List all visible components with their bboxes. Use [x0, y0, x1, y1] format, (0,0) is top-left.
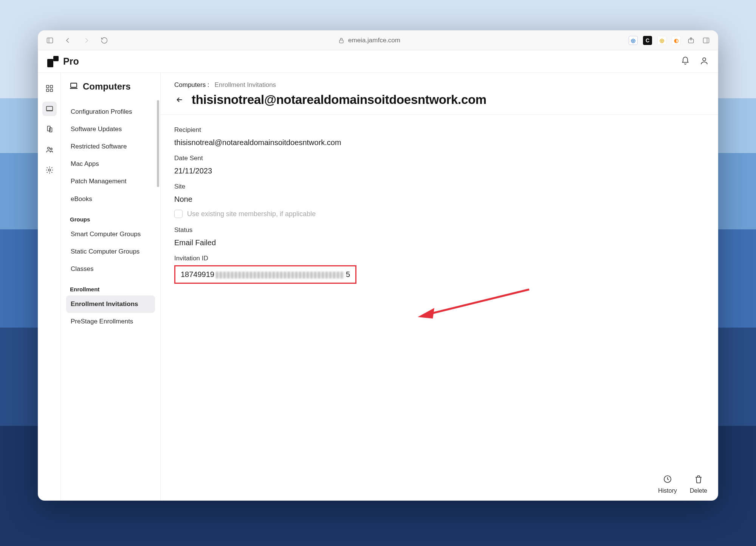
reload-icon[interactable]	[99, 36, 109, 45]
delete-label: Delete	[690, 487, 707, 494]
svg-rect-10	[50, 89, 52, 91]
address-url: emeia.jamfce.com	[348, 37, 400, 44]
back-button[interactable]	[174, 94, 185, 105]
history-icon	[663, 475, 672, 485]
svg-rect-14	[50, 128, 52, 132]
invitation-id-prefix: 18749919	[181, 270, 214, 278]
label-date-sent: Date Sent	[174, 155, 704, 162]
sidebar-item-restricted-software[interactable]: Restricted Software	[66, 138, 155, 155]
value-status: Email Failed	[174, 238, 704, 247]
chrome-left	[45, 36, 109, 45]
label-recipient: Recipient	[174, 126, 704, 134]
sidebar-item-mac-apps[interactable]: Mac Apps	[66, 155, 155, 173]
breadcrumb-secondary[interactable]: Enrollment Invitations	[215, 81, 276, 89]
value-date-sent: 21/11/2023	[174, 167, 704, 175]
extension-4-icon[interactable]: ◐	[672, 36, 681, 45]
value-recipient: thisisnotreal@notarealdomainsoitdoesntwo…	[174, 138, 704, 147]
svg-rect-11	[46, 107, 53, 111]
rail-devices[interactable]	[42, 122, 57, 136]
sidebar: Computers Policies Configuration Profile…	[61, 73, 161, 500]
workspace: Computers Policies Configuration Profile…	[38, 73, 718, 500]
notifications-icon[interactable]	[681, 56, 690, 67]
rail-dashboard[interactable]	[42, 81, 57, 96]
sidebar-item-static-groups[interactable]: Static Computer Groups	[66, 243, 155, 260]
chrome-right: ◎ C ◎ ◐	[629, 36, 711, 45]
svg-rect-18	[71, 83, 77, 87]
lock-icon	[338, 37, 345, 44]
sidebar-item-configuration-profiles[interactable]: Configuration Profiles	[66, 103, 155, 121]
browser-window: emeia.jamfce.com ◎ C ◎ ◐ Pro	[38, 30, 718, 501]
sidebar-scroll[interactable]: Policies Configuration Profiles Software…	[61, 99, 160, 500]
use-existing-site-row[interactable]: Use existing site membership, if applica…	[174, 210, 704, 218]
use-existing-site-checkbox[interactable]	[174, 210, 183, 218]
sidebar-item-enrollment-invitations[interactable]: Enrollment Invitations	[66, 295, 155, 313]
sidebar-title: Computers	[83, 81, 131, 92]
account-icon[interactable]	[700, 56, 709, 67]
invitation-id-suffix: 5	[346, 270, 350, 278]
trash-icon	[694, 475, 703, 485]
svg-point-6	[703, 58, 706, 61]
app-header: Pro	[38, 50, 718, 73]
label-invitation-id: Invitation ID	[174, 255, 704, 262]
label-site: Site	[174, 183, 704, 190]
address-bar[interactable]: emeia.jamfce.com	[109, 37, 629, 44]
brand-name: Pro	[63, 56, 79, 67]
history-button[interactable]: History	[658, 475, 677, 494]
nav-forward-icon	[81, 36, 91, 45]
sidebar-group-enrollment: Enrollment	[66, 278, 155, 295]
sidebar-item-smart-groups[interactable]: Smart Computer Groups	[66, 226, 155, 243]
invitation-id-redacted	[216, 272, 344, 278]
svg-point-15	[47, 147, 50, 150]
sidebar-item-patch-management[interactable]: Patch Management	[66, 173, 155, 190]
sidebar-toggle-icon[interactable]	[45, 36, 55, 45]
rail-settings[interactable]	[42, 163, 57, 177]
share-icon[interactable]	[686, 36, 696, 45]
sidebar-item-policies[interactable]: Policies	[66, 99, 155, 103]
breadcrumb-primary[interactable]: Computers :	[174, 81, 209, 89]
sidebar-item-prestage-enrollments[interactable]: PreStage Enrollments	[66, 313, 155, 330]
annotation-arrow	[418, 288, 531, 323]
sidebar-title-row: Computers	[61, 73, 160, 99]
svg-point-16	[50, 148, 52, 150]
svg-rect-0	[47, 38, 53, 43]
laptop-icon	[69, 81, 78, 92]
main-content: Computers : Enrollment Invitations thisi…	[161, 73, 718, 500]
rail-computers[interactable]	[42, 102, 57, 116]
history-label: History	[658, 487, 677, 494]
tabs-icon[interactable]	[701, 36, 711, 45]
use-existing-site-label: Use existing site membership, if applica…	[187, 210, 316, 218]
nav-back-icon[interactable]	[63, 36, 73, 45]
nav-rail	[38, 73, 61, 500]
label-status: Status	[174, 226, 704, 234]
invitation-id-box: 187499195	[174, 265, 356, 284]
svg-rect-2	[339, 40, 343, 43]
extension-1-icon[interactable]: ◎	[629, 36, 638, 45]
breadcrumb: Computers : Enrollment Invitations	[174, 81, 704, 89]
svg-rect-8	[50, 85, 52, 88]
sidebar-item-ebooks[interactable]: eBooks	[66, 190, 155, 208]
sidebar-group-groups: Groups	[66, 208, 155, 226]
svg-rect-9	[46, 89, 48, 91]
value-site: None	[174, 195, 704, 204]
sidebar-item-classes[interactable]: Classes	[66, 260, 155, 278]
svg-rect-4	[703, 38, 709, 43]
svg-rect-7	[46, 85, 48, 88]
content-header: Computers : Enrollment Invitations thisi…	[161, 73, 718, 115]
rail-users[interactable]	[42, 142, 57, 157]
extension-2-icon[interactable]: C	[643, 36, 652, 45]
sidebar-item-software-updates[interactable]: Software Updates	[66, 121, 155, 138]
svg-point-17	[48, 169, 51, 171]
page-title: thisisnotreal@notarealdomainsoitdoesntwo…	[192, 93, 486, 107]
extension-3-icon[interactable]: ◎	[657, 36, 666, 45]
content-body: Recipient thisisnotreal@notarealdomainso…	[161, 115, 718, 297]
svg-marker-21	[418, 308, 434, 319]
content-footer: History Delete	[658, 475, 707, 494]
svg-line-20	[429, 289, 529, 314]
browser-chrome: emeia.jamfce.com ◎ C ◎ ◐	[38, 31, 718, 50]
brand-logo-icon	[47, 56, 59, 67]
delete-button[interactable]: Delete	[690, 475, 707, 494]
brand[interactable]: Pro	[47, 56, 79, 67]
